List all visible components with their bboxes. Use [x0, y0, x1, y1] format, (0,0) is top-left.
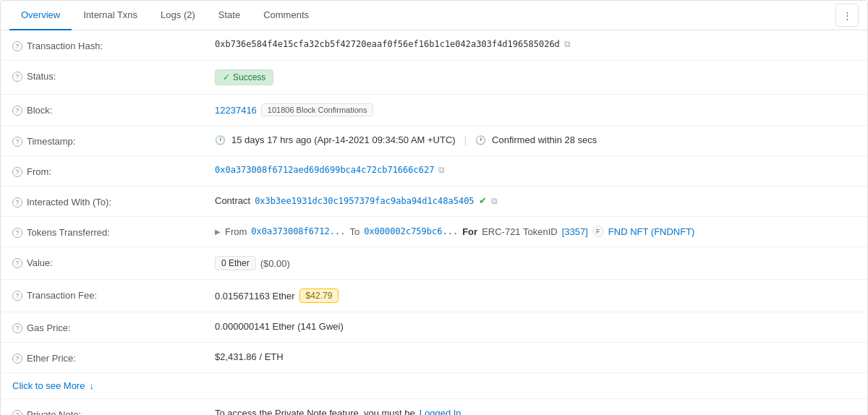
timestamp-separator: |: [464, 134, 467, 145]
private-note-login-link[interactable]: Logged In: [420, 408, 461, 415]
interacted-with-help-icon[interactable]: ?: [12, 197, 22, 208]
ether-price-label: Ether Price:: [27, 353, 76, 364]
transaction-fee-row: ? Transaction Fee: 0.015671163 Ether $42…: [1, 280, 867, 312]
gas-price-row: ? Gas Price: 0.000000141 Ether (141 Gwei…: [1, 312, 867, 343]
tokens-transferred-value-col: ▶ From 0x0a373008f6712... To 0x000002c75…: [215, 226, 856, 237]
tokens-help-icon[interactable]: ?: [12, 228, 22, 238]
transaction-fee-help-icon[interactable]: ?: [12, 291, 22, 301]
gas-price-value-col: 0.000000141 Ether (141 Gwei): [215, 321, 856, 332]
timestamp-label-col: ? Timestamp:: [12, 134, 215, 147]
status-badge-label: Success: [233, 72, 265, 82]
transaction-hash-value-col: 0xb736e584f4e15cfa32cb5f42720eaaf0f56ef1…: [215, 39, 856, 49]
more-options-button[interactable]: ⋮: [835, 4, 859, 27]
transaction-hash-label-col: ? Transaction Hash:: [12, 39, 215, 51]
block-number-link[interactable]: 12237416: [215, 105, 257, 116]
value-value-col: 0 Ether ($0.00): [215, 256, 856, 270]
tokens-from-prefix: From: [225, 226, 247, 237]
from-help-icon[interactable]: ?: [12, 167, 22, 177]
value-label-col: ? Value:: [12, 256, 215, 268]
timestamp-ago: 15 days 17 hrs ago (Apr-14-2021 09:34:50…: [231, 134, 456, 145]
tab-comments[interactable]: Comments: [252, 1, 320, 30]
block-row: ? Block: 12237416 101806 Block Confirmat…: [1, 95, 867, 126]
tokens-type: ERC-721 TokenID: [482, 226, 558, 237]
token-name-link[interactable]: FND NFT (FNDNFT): [608, 226, 695, 237]
value-help-icon[interactable]: ?: [12, 258, 22, 268]
timestamp-confirmed: Confirmed within 28 secs: [492, 134, 597, 145]
private-note-label-col: ? Private Note:: [12, 408, 215, 415]
tab-overview[interactable]: Overview: [9, 1, 72, 30]
block-confirmations-badge: 101806 Block Confirmations: [261, 103, 374, 116]
interacted-with-value-col: Contract 0x3b3ee1931dc30c1957379fac9aba9…: [215, 195, 856, 206]
transaction-hash-copy-icon[interactable]: ⧉: [564, 39, 571, 49]
private-note-value-col: To access the Private Note feature, you …: [215, 408, 856, 415]
timestamp-content: 🕐 15 days 17 hrs ago (Apr-14-2021 09:34:…: [215, 134, 597, 145]
status-badge: ✓ Success: [215, 69, 273, 85]
contract-address-link[interactable]: 0x3b3ee1931dc30c1957379fac9aba94d1c48a54…: [255, 196, 474, 206]
transaction-fee-label-col: ? Transaction Fee:: [12, 288, 215, 301]
status-value-col: ✓ Success: [215, 69, 856, 85]
timestamp-label: Timestamp:: [27, 136, 75, 147]
transaction-fee-value-col: 0.015671163 Ether $42.79: [215, 288, 856, 303]
from-label: From:: [27, 166, 51, 177]
private-note-row: ? Private Note: To access the Private No…: [1, 398, 867, 415]
private-note-label: Private Note:: [27, 409, 81, 415]
timestamp-help-icon[interactable]: ?: [12, 137, 22, 147]
value-usd: ($0.00): [260, 258, 290, 269]
value-label: Value:: [27, 257, 53, 268]
tab-logs[interactable]: Logs (2): [149, 1, 207, 30]
value-row: ? Value: 0 Ether ($0.00): [1, 247, 867, 280]
from-row: ? From: 0x0a373008f6712aed69d699bca4c72c…: [1, 156, 867, 187]
transaction-fee-label: Transaction Fee:: [27, 290, 97, 301]
private-note-text: To access the Private Note feature, you …: [215, 408, 415, 415]
status-row: ? Status: ✓ Success: [1, 61, 867, 95]
status-help-icon[interactable]: ?: [12, 72, 22, 82]
gas-price-label-col: ? Gas Price:: [12, 321, 215, 333]
status-label: Status:: [27, 71, 56, 82]
interacted-with-row: ? Interacted With (To): Contract 0x3b3ee…: [1, 187, 867, 217]
token-logo-icon: F: [592, 226, 604, 237]
tokens-to-prefix: To: [349, 226, 359, 237]
private-note-help-icon[interactable]: ?: [12, 410, 22, 416]
interacted-with-label: Interacted With (To):: [27, 197, 111, 208]
tokens-id-link[interactable]: [3357]: [562, 226, 588, 237]
transaction-hash-value: 0xb736e584f4e15cfa32cb5f42720eaaf0f56ef1…: [215, 39, 560, 49]
tokens-to-address-link[interactable]: 0x000002c759bc6...: [364, 226, 458, 236]
transaction-hash-help-icon[interactable]: ?: [12, 41, 22, 51]
contract-verified-icon: ✔: [479, 195, 487, 206]
contract-copy-icon[interactable]: ⧉: [491, 196, 498, 206]
block-label: Block:: [27, 105, 52, 116]
clock-icon: 🕐: [215, 135, 226, 145]
status-label-col: ? Status:: [12, 69, 215, 82]
gas-price-label: Gas Price:: [27, 322, 71, 333]
transaction-details: ? Transaction Hash: 0xb736e584f4e15cfa32…: [1, 30, 867, 415]
show-more-row: Click to see More ↓: [1, 373, 867, 398]
tokens-for-prefix: For: [462, 226, 477, 237]
tokens-transferred-row: ? Tokens Transferred: ▶ From 0x0a373008f…: [1, 217, 867, 247]
timestamp-row: ? Timestamp: 🕐 15 days 17 hrs ago (Apr-1…: [1, 126, 867, 156]
block-label-col: ? Block:: [12, 103, 215, 116]
ether-price-help-icon[interactable]: ?: [12, 354, 22, 364]
ether-price-value: $2,431.86 / ETH: [215, 351, 284, 362]
tab-internal-txns[interactable]: Internal Txns: [72, 1, 149, 30]
from-copy-icon[interactable]: ⧉: [438, 165, 445, 175]
from-address-link[interactable]: 0x0a373008f6712aed69d699bca4c72cb71666c6…: [215, 165, 434, 175]
show-more-link[interactable]: Click to see More: [12, 380, 85, 391]
from-value-col: 0x0a373008f6712aed69d699bca4c72cb71666c6…: [215, 165, 856, 175]
show-more-down-arrow-icon: ↓: [89, 380, 94, 391]
block-help-icon[interactable]: ?: [12, 106, 22, 116]
success-check-icon: ✓: [223, 72, 230, 82]
gas-price-help-icon[interactable]: ?: [12, 323, 22, 333]
ether-price-label-col: ? Ether Price:: [12, 351, 215, 364]
ether-price-row: ? Ether Price: $2,431.86 / ETH: [1, 343, 867, 373]
transaction-fee-amount: 0.015671163 Ether: [215, 291, 295, 301]
value-amount-badge: 0 Ether: [215, 256, 256, 270]
tokens-triangle-icon: ▶: [215, 228, 221, 236]
more-dots-icon: ⋮: [843, 10, 852, 21]
tabs-bar: Overview Internal Txns Logs (2) State Co…: [1, 1, 867, 30]
tokens-from-address-link[interactable]: 0x0a373008f6712...: [251, 226, 345, 236]
confirmed-clock-icon: 🕐: [475, 135, 486, 145]
timestamp-value-col: 🕐 15 days 17 hrs ago (Apr-14-2021 09:34:…: [215, 134, 856, 145]
transaction-fee-usd-badge: $42.79: [299, 288, 339, 303]
interacted-with-label-col: ? Interacted With (To):: [12, 195, 215, 208]
tab-state[interactable]: State: [207, 1, 252, 30]
